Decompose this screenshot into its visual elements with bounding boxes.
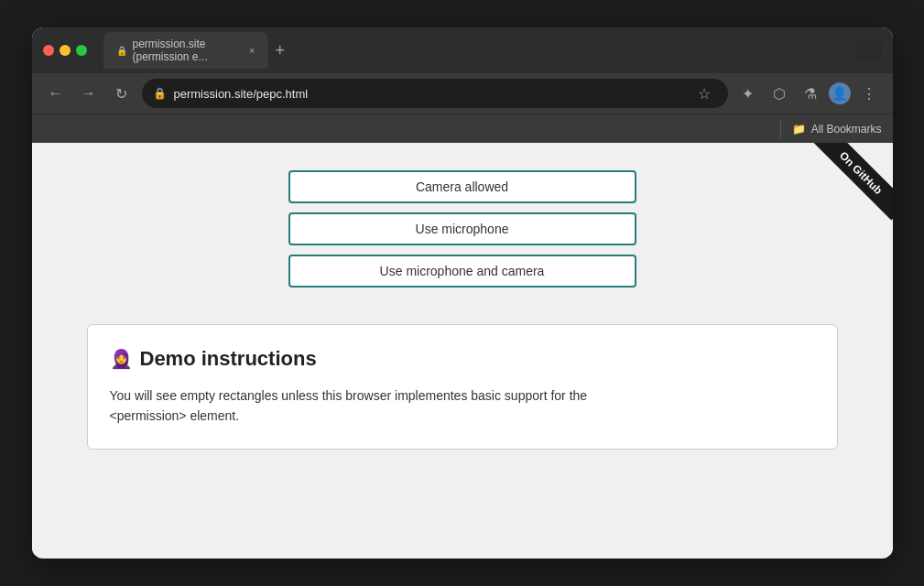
address-right-icons: ☆ xyxy=(691,81,717,106)
bookmarks-bar: 📁 All Bookmarks xyxy=(32,114,893,143)
tab-favicon-icon: 🔒 xyxy=(116,46,127,56)
back-button[interactable]: ← xyxy=(43,81,69,106)
new-tab-button[interactable]: + xyxy=(272,41,289,60)
address-bar[interactable]: 🔒 permission.site/pepc.html ☆ xyxy=(142,79,728,108)
demo-emoji: 🧕 xyxy=(110,348,133,370)
demo-instructions-box: 🧕 Demo instructions You will see empty r… xyxy=(87,324,838,450)
folder-icon: 📁 xyxy=(792,123,806,136)
window-control[interactable] xyxy=(856,41,882,60)
star-icon[interactable]: ☆ xyxy=(691,81,717,106)
page-content: On GitHub Camera allowed Use microphone … xyxy=(32,143,893,555)
demo-body-text: You will see empty rectangles unless thi… xyxy=(110,385,815,427)
nav-bar: ← → ↻ 🔒 permission.site/pepc.html ☆ ✦ ⬡ … xyxy=(32,73,893,114)
nav-right-controls: ✦ ⬡ ⚗ 👤 ⋮ xyxy=(735,81,882,106)
use-microphone-button[interactable]: Use microphone xyxy=(288,212,636,245)
tab-label: permission.site (permission e... xyxy=(133,38,241,63)
traffic-lights xyxy=(43,45,87,56)
minimize-button[interactable] xyxy=(60,45,71,56)
demo-title: 🧕 Demo instructions xyxy=(110,347,815,371)
bookmarks-item[interactable]: 📁 All Bookmarks xyxy=(792,123,882,136)
camera-allowed-button[interactable]: Camera allowed xyxy=(288,170,636,203)
demo-body-line1: You will see empty rectangles unless thi… xyxy=(110,388,588,403)
lab-icon[interactable]: ⚗ xyxy=(798,81,823,106)
use-microphone-camera-button[interactable]: Use microphone and camera xyxy=(288,255,636,288)
title-bar: 🔒 permission.site (permission e... × + xyxy=(32,27,893,73)
address-text: permission.site/pepc.html xyxy=(174,87,309,101)
github-ribbon[interactable]: On GitHub xyxy=(813,143,893,221)
maximize-button[interactable] xyxy=(76,45,87,56)
ai-icon[interactable]: ✦ xyxy=(735,81,761,106)
forward-button[interactable]: → xyxy=(76,81,102,106)
reload-button[interactable]: ↻ xyxy=(109,81,135,106)
demo-title-text: Demo instructions xyxy=(140,347,317,371)
tab-bar: 🔒 permission.site (permission e... × + xyxy=(103,32,289,69)
close-button[interactable] xyxy=(43,45,54,56)
active-tab[interactable]: 🔒 permission.site (permission e... × xyxy=(103,32,268,69)
address-lock-icon: 🔒 xyxy=(153,87,167,100)
extensions-icon[interactable]: ⬡ xyxy=(766,81,792,106)
tab-close-button[interactable]: × xyxy=(249,45,255,56)
demo-body-line2: <permission> element. xyxy=(110,408,240,423)
bookmarks-label: All Bookmarks xyxy=(811,123,882,136)
github-corner: On GitHub xyxy=(792,143,893,244)
bookmarks-divider xyxy=(780,120,781,138)
browser-window: 🔒 permission.site (permission e... × + ←… xyxy=(32,27,893,559)
more-menu-icon[interactable]: ⋮ xyxy=(856,81,882,106)
avatar[interactable]: 👤 xyxy=(829,82,851,104)
